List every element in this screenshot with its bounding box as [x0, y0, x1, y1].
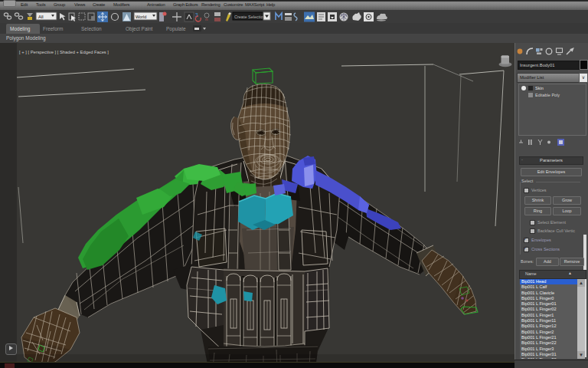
svg-text:n: n	[205, 17, 207, 21]
svg-text:Create Selectio: Create Selectio	[234, 15, 263, 19]
svg-text:[ + ] [ Perspective ] [ Shaded: [ + ] [ Perspective ] [ Shaded + Edged F…	[19, 50, 109, 54]
svg-text:All: All	[38, 15, 44, 19]
svg-text:World: World	[136, 15, 146, 19]
